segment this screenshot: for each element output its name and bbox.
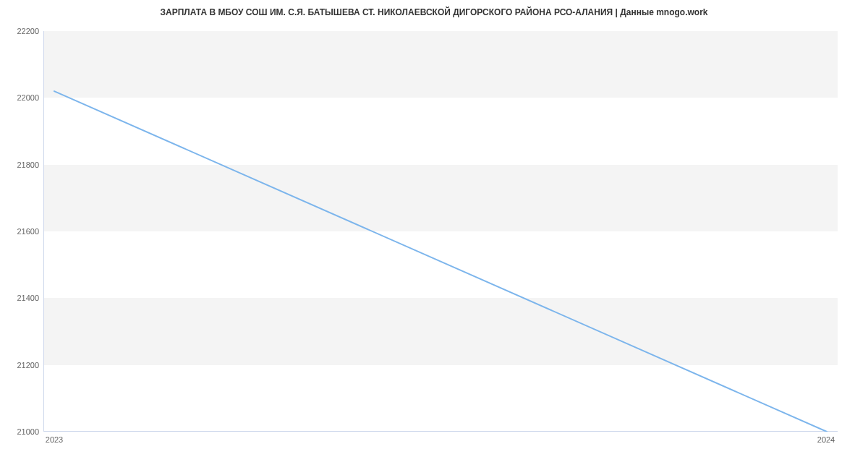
y-axis-line [43,31,44,432]
x-axis-line [43,431,838,432]
x-tick-label: 2023 [46,435,63,444]
y-tick-label: 21800 [3,161,39,169]
y-tick-label: 21600 [3,227,39,236]
y-tick-label: 21400 [3,294,39,302]
grid-band [43,165,838,231]
x-tick-label: 2024 [817,435,835,444]
grid-band [43,298,838,364]
chart-title: ЗАРПЛАТА В МБОУ СОШ ИМ. С.Я. БАТЫШЕВА СТ… [0,7,868,17]
y-tick-label: 22000 [3,93,39,102]
plot-area [43,31,838,432]
grid-band [43,31,838,98]
y-tick-label: 22200 [3,27,39,35]
y-tick-label: 21000 [3,427,39,436]
y-tick-label: 21200 [3,361,39,369]
